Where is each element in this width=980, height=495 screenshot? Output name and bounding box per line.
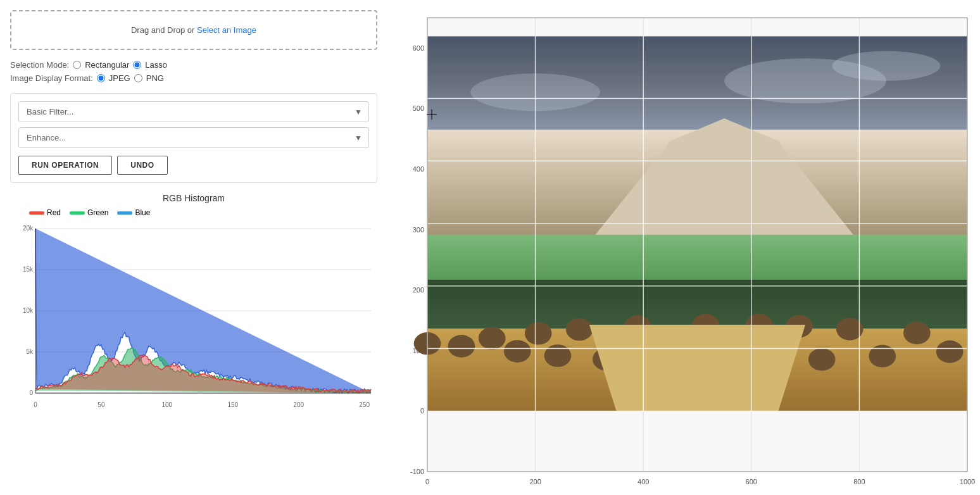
legend-green-color xyxy=(70,211,85,215)
selection-mode-row: Selection Mode: Rectangular Lasso xyxy=(10,60,377,70)
radio-jpeg[interactable] xyxy=(97,74,105,82)
run-operation-button[interactable]: RUN OPERATION xyxy=(18,156,112,175)
drop-zone[interactable]: Drag and Drop or Select an Image xyxy=(10,10,377,50)
filter-section: Basic Filter... Blur Sharpen Smooth Edge… xyxy=(10,93,377,183)
radio-rectangular[interactable] xyxy=(73,61,81,69)
undo-button[interactable]: UNDO xyxy=(117,156,167,175)
basic-filter-wrapper: Basic Filter... Blur Sharpen Smooth Edge… xyxy=(18,101,369,122)
selection-mode-label: Selection Mode: xyxy=(10,60,69,70)
histogram-canvas xyxy=(10,222,377,412)
basic-filter-select[interactable]: Basic Filter... Blur Sharpen Smooth Edge… xyxy=(19,102,368,122)
select-image-link[interactable]: Select an Image xyxy=(197,25,256,35)
label-jpeg: JPEG xyxy=(109,73,130,83)
options-section: Selection Mode: Rectangular Lasso Image … xyxy=(10,60,377,83)
enhance-select[interactable]: Enhance... Brightness Contrast Color Sha… xyxy=(19,128,368,147)
label-lasso: Lasso xyxy=(145,60,167,70)
buttons-row: RUN OPERATION UNDO xyxy=(18,156,369,175)
histogram-section: RGB Histogram Red Green Blue xyxy=(10,193,377,412)
plot-canvas[interactable] xyxy=(393,5,980,495)
legend-red-label: Red xyxy=(47,208,61,217)
legend-green: Green xyxy=(70,208,108,217)
image-format-label: Image Display Format: xyxy=(10,73,93,83)
legend-blue-color xyxy=(117,211,132,215)
right-panel: 📊 xyxy=(387,0,980,495)
legend-red-color xyxy=(29,211,44,215)
legend-red: Red xyxy=(29,208,61,217)
histogram-legend: Red Green Blue xyxy=(29,208,150,217)
legend-green-label: Green xyxy=(87,208,108,217)
histogram-canvas-wrapper xyxy=(10,222,377,412)
drop-zone-text: Drag and Drop or xyxy=(131,25,197,35)
radio-lasso[interactable] xyxy=(133,61,141,69)
image-format-row: Image Display Format: JPEG PNG xyxy=(10,73,377,83)
enhance-wrapper: Enhance... Brightness Contrast Color Sha… xyxy=(18,127,369,148)
label-png: PNG xyxy=(146,73,164,83)
left-panel: Drag and Drop or Select an Image Selecti… xyxy=(0,0,387,495)
label-rectangular: Rectangular xyxy=(85,60,129,70)
image-plot-area[interactable] xyxy=(393,5,980,495)
legend-blue: Blue xyxy=(117,208,150,217)
histogram-title: RGB Histogram xyxy=(163,193,225,203)
radio-png[interactable] xyxy=(134,74,142,82)
legend-blue-label: Blue xyxy=(135,208,150,217)
